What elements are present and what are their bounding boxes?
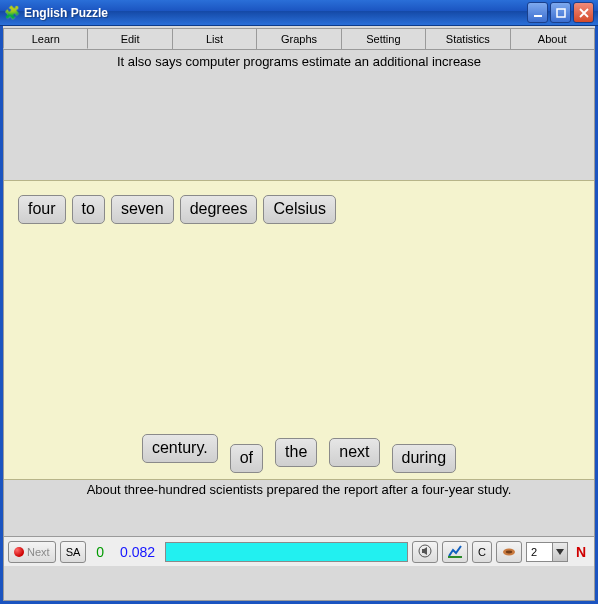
tab-about[interactable]: About xyxy=(511,28,595,49)
maximize-button[interactable] xyxy=(550,2,571,23)
record-icon xyxy=(14,547,24,557)
sa-button[interactable]: SA xyxy=(60,541,87,563)
next-button[interactable]: Next xyxy=(8,541,56,563)
graph-icon xyxy=(448,544,462,560)
svg-rect-0 xyxy=(534,15,542,17)
status-n: N xyxy=(572,544,590,560)
tab-statistics[interactable]: Statistics xyxy=(426,28,510,49)
tab-edit[interactable]: Edit xyxy=(88,28,172,49)
placed-row: four to seven degrees Celsius xyxy=(18,195,580,224)
tab-bar: Learn Edit List Graphs Setting Statistic… xyxy=(3,28,595,50)
pool-word[interactable]: century. xyxy=(142,434,218,463)
chevron-down-icon xyxy=(552,543,567,561)
pool-word[interactable]: of xyxy=(230,444,263,473)
pool-word[interactable]: next xyxy=(329,438,379,467)
svg-rect-3 xyxy=(448,556,462,558)
status-time: 0.082 xyxy=(114,544,161,560)
client-area: Learn Edit List Graphs Setting Statistic… xyxy=(0,26,598,604)
pool-word[interactable]: the xyxy=(275,438,317,467)
placed-word[interactable]: Celsius xyxy=(263,195,335,224)
word-pool: century. of the next during xyxy=(4,440,594,469)
voice-button[interactable] xyxy=(496,541,522,563)
window-title: English Puzzle xyxy=(24,6,525,20)
app-icon: 🧩 xyxy=(4,5,20,21)
next-button-label: Next xyxy=(27,546,50,558)
workspace[interactable]: four to seven degrees Celsius century. o… xyxy=(4,180,594,480)
tab-graphs[interactable]: Graphs xyxy=(257,28,341,49)
svg-point-5 xyxy=(506,550,512,553)
close-button[interactable] xyxy=(573,2,594,23)
minimize-button[interactable] xyxy=(527,2,548,23)
svg-rect-1 xyxy=(557,9,565,17)
level-select-value: 2 xyxy=(531,546,537,558)
tab-learn[interactable]: Learn xyxy=(3,28,88,49)
placed-word[interactable]: degrees xyxy=(180,195,258,224)
placed-word[interactable]: to xyxy=(72,195,105,224)
content-area: It also says computer programs estimate … xyxy=(3,50,595,601)
tab-setting[interactable]: Setting xyxy=(342,28,426,49)
tab-list[interactable]: List xyxy=(173,28,257,49)
status-count: 0 xyxy=(90,544,110,560)
level-select[interactable]: 2 xyxy=(526,542,568,562)
pool-word[interactable]: during xyxy=(392,444,456,473)
prompt-bottom: About three-hundred scientists prepared … xyxy=(4,480,594,536)
placed-word[interactable]: seven xyxy=(111,195,174,224)
speaker-icon xyxy=(418,544,432,560)
statusbar: Next SA 0 0.082 xyxy=(4,536,594,566)
titlebar: 🧩 English Puzzle xyxy=(0,0,598,26)
progress-box xyxy=(165,542,408,562)
c-button[interactable]: C xyxy=(472,541,492,563)
placed-word[interactable]: four xyxy=(18,195,66,224)
lips-icon xyxy=(501,544,517,560)
sound-button[interactable] xyxy=(412,541,438,563)
prompt-top: It also says computer programs estimate … xyxy=(4,50,594,180)
graph-button[interactable] xyxy=(442,541,468,563)
